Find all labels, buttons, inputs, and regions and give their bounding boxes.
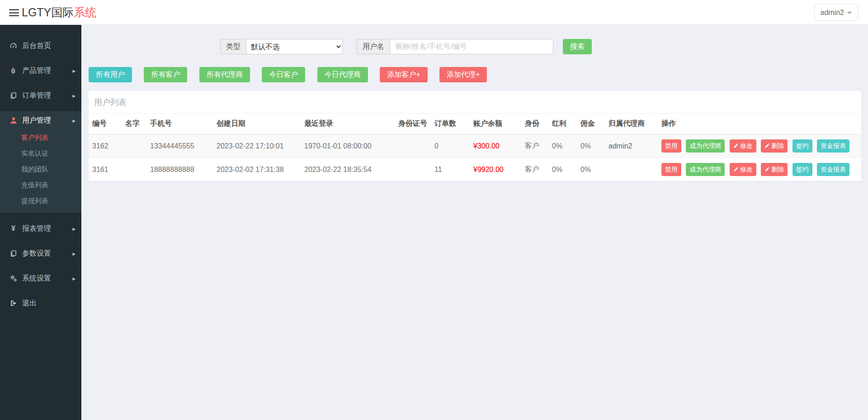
sidebar-subitem-my-team[interactable]: 我的团队: [0, 161, 81, 177]
sidebar-item-orders[interactable]: 订单管理 ▸: [0, 86, 81, 105]
type-filter-label: 类型: [220, 39, 246, 54]
top-header: LGTY国际系统 admin2: [0, 0, 868, 25]
user-dropdown-label: admin2: [821, 9, 844, 16]
add-agent-button[interactable]: 添加代理+: [439, 67, 487, 82]
chevron-right-icon: ▸: [72, 250, 75, 257]
sidebar-item-label: 后台首页: [22, 41, 51, 51]
delete-button[interactable]: 删除: [761, 139, 788, 153]
cell-agent-link[interactable]: admin2: [605, 134, 658, 158]
pencil-icon: [733, 143, 739, 148]
chevron-right-icon: ▸: [72, 92, 75, 99]
chevron-right-icon: ▸: [72, 117, 75, 124]
edit-button[interactable]: 修改: [730, 163, 756, 176]
sidebar-item-label: 退出: [22, 299, 37, 308]
yen-icon: ¥: [8, 224, 19, 233]
disable-button[interactable]: 禁用: [661, 163, 681, 176]
disable-button[interactable]: 禁用: [661, 139, 681, 153]
cell-phone: 18888888888: [146, 158, 213, 181]
copy-icon: [8, 250, 19, 257]
col-last-login: 最近登录: [301, 114, 395, 134]
user-list-panel: 用户列表 编号 名字 手机号 创建日期 最近登录 身份证号 订单数 账户余额: [89, 91, 861, 181]
today-agents-button[interactable]: 今日代理商: [317, 67, 368, 82]
cell-bonus: 0%: [548, 134, 577, 158]
sidebar-item-label: 参数设置: [22, 249, 51, 258]
all-agents-button[interactable]: 所有代理商: [199, 67, 250, 82]
app-title: LGTY国际系统: [22, 0, 96, 24]
pencil-icon: [764, 167, 770, 172]
gears-icon: [8, 275, 19, 282]
bitcoin-icon: B: [8, 67, 19, 74]
fund-report-button[interactable]: 资金报表: [817, 163, 849, 176]
fund-report-button[interactable]: 资金报表: [817, 139, 849, 153]
sidebar-item-users[interactable]: 用户管理 ▸: [0, 111, 81, 129]
cell-name: [122, 134, 146, 158]
cell-id-card: [395, 158, 431, 181]
cell-id: 3162: [89, 134, 122, 158]
col-balance: 账户余额: [470, 114, 521, 134]
col-agent: 归属代理商: [605, 114, 658, 134]
chevron-right-icon: ▸: [72, 275, 75, 282]
username-filter-label: 用户名: [357, 39, 390, 54]
table-row: 3162 13344445555 2023-02-22 17:10:01 197…: [89, 134, 861, 158]
sidebar-item-label: 系统设置: [22, 274, 51, 283]
sidebar-subitem-withdraw-list[interactable]: 提现列表: [0, 193, 81, 209]
pencil-icon: [764, 143, 770, 148]
cell-last-login: 2023-02-22 18:35:54: [301, 158, 395, 181]
sidebar-menu: 后台首页 B 产品管理 ▸ 订单管理 ▸ 用户管理 ▸ 客户列表: [0, 25, 81, 312]
app-title-main: LGTY国际: [22, 6, 74, 19]
cell-actions: 禁用 成为代理商 修改 删除 签约 资金报表: [658, 158, 861, 181]
user-dropdown[interactable]: admin2: [814, 4, 858, 21]
cell-role: 客户: [521, 158, 548, 181]
search-button[interactable]: 搜索: [563, 39, 592, 54]
cell-role: 客户: [521, 134, 548, 158]
cell-balance: ¥9920.00: [470, 158, 521, 181]
copy-icon: [8, 92, 19, 99]
cell-commission: 0%: [577, 134, 605, 158]
user-icon: [8, 117, 19, 124]
sidebar-subitem-customer-list[interactable]: 客户列表: [0, 129, 81, 145]
col-actions: 操作: [658, 114, 861, 134]
type-filter-select[interactable]: 默认不选: [246, 39, 343, 54]
caret-down-icon: [847, 12, 852, 14]
sidebar: 后台首页 B 产品管理 ▸ 订单管理 ▸ 用户管理 ▸ 客户列表: [0, 25, 81, 420]
sidebar-item-label: 产品管理: [22, 66, 51, 76]
table-row: 3161 18888888888 2023-02-02 17:31:38 202…: [89, 158, 861, 181]
type-filter-group: 类型 默认不选: [220, 39, 343, 54]
col-id-card: 身份证号: [395, 114, 431, 134]
col-phone: 手机号: [146, 114, 213, 134]
add-customer-button[interactable]: 添加客户+: [380, 67, 427, 82]
cell-created: 2023-02-22 17:10:01: [213, 134, 301, 158]
all-users-button[interactable]: 所有用户: [89, 67, 132, 82]
pencil-icon: [733, 167, 739, 172]
col-role: 身份: [521, 114, 548, 134]
cell-id: 3161: [89, 158, 122, 181]
delete-button[interactable]: 删除: [761, 163, 788, 176]
cell-agent-link[interactable]: [605, 158, 658, 181]
edit-button[interactable]: 修改: [730, 139, 756, 153]
sidebar-item-logout[interactable]: 退出: [0, 294, 81, 312]
sidebar-item-parameters[interactable]: 参数设置 ▸: [0, 244, 81, 262]
col-bonus: 红利: [548, 114, 577, 134]
become-agent-button[interactable]: 成为代理商: [686, 139, 725, 153]
cell-created: 2023-02-02 17:31:38: [213, 158, 301, 181]
table-header-row: 编号 名字 手机号 创建日期 最近登录 身份证号 订单数 账户余额 身份 红利 …: [89, 114, 861, 134]
sidebar-item-reports[interactable]: ¥ 报表管理 ▸: [0, 220, 81, 238]
sidebar-subitem-recharge-list[interactable]: 充值列表: [0, 177, 81, 193]
app-title-accent: 系统: [74, 6, 96, 19]
username-search-input[interactable]: [390, 39, 553, 54]
sign-contract-button[interactable]: 签约: [793, 139, 812, 153]
sidebar-item-system-settings[interactable]: 系统设置 ▸: [0, 269, 81, 287]
today-customers-button[interactable]: 今日客户: [262, 67, 305, 82]
sidebar-item-products[interactable]: B 产品管理 ▸: [0, 62, 81, 80]
all-customers-button[interactable]: 所有客户: [144, 67, 187, 82]
cell-orders: 0: [431, 134, 470, 158]
become-agent-button[interactable]: 成为代理商: [686, 163, 725, 176]
hamburger-menu-icon[interactable]: [9, 9, 19, 16]
sidebar-subitem-realname-auth[interactable]: 实名认证: [0, 145, 81, 161]
chevron-right-icon: ▸: [72, 225, 75, 232]
sign-contract-button[interactable]: 签约: [793, 163, 812, 176]
sidebar-item-dashboard[interactable]: 后台首页: [0, 37, 81, 55]
cell-orders: 11: [431, 158, 470, 181]
cell-phone: 13344445555: [146, 134, 213, 158]
main-content: 类型 默认不选 用户名 搜索 所有用户 所有客户 所有代理商 今日客户 今日代理…: [81, 25, 868, 420]
